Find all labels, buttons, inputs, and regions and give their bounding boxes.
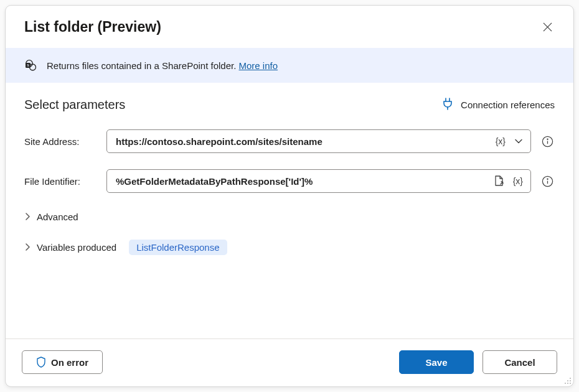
info-text: Returns files contained in a SharePoint … [47, 60, 278, 71]
variables-produced-expander[interactable]: Variables produced ListFolderResponse [24, 237, 555, 258]
close-icon [543, 22, 552, 32]
file-identifier-info-button[interactable] [540, 174, 555, 189]
file-identifier-input-wrap[interactable]: {x} [106, 169, 531, 193]
cancel-label: Cancel [504, 357, 535, 368]
variable-picker-button[interactable]: {x} [511, 174, 525, 189]
svg-point-14 [547, 179, 547, 179]
dialog-body: Select parameters Connection references … [6, 83, 573, 338]
save-button[interactable]: Save [399, 350, 474, 374]
variables-produced-label: Variables produced [37, 242, 116, 253]
site-address-label: Site Address: [24, 136, 98, 147]
dropdown-button[interactable] [512, 134, 525, 148]
file-picker-button[interactable] [491, 173, 507, 189]
chevron-right-icon [24, 242, 31, 253]
shield-icon [36, 357, 46, 368]
dialog-header: List folder (Preview) [6, 6, 573, 48]
more-info-link[interactable]: More info [239, 60, 278, 71]
save-label: Save [425, 357, 447, 368]
banner-text: Returns files contained in a SharePoint … [47, 60, 239, 71]
parameters-header-row: Select parameters Connection references [24, 98, 555, 112]
plug-icon [442, 98, 453, 112]
advanced-label: Advanced [37, 212, 78, 222]
on-error-button[interactable]: On error [22, 350, 103, 374]
info-icon [542, 175, 553, 187]
file-identifier-label: File Identifier: [24, 176, 98, 187]
svg-text:S: S [27, 63, 29, 67]
svg-point-16 [567, 380, 568, 381]
variable-pill[interactable]: ListFolderResponse [129, 240, 227, 255]
variable-token-icon: {x} [496, 136, 506, 146]
svg-point-19 [567, 383, 568, 384]
file-select-icon [494, 175, 504, 187]
svg-point-17 [570, 380, 571, 381]
connection-references-label: Connection references [461, 100, 555, 110]
site-address-input-wrap[interactable]: {x} [106, 129, 531, 153]
resize-grip-icon[interactable] [563, 376, 572, 385]
chevron-down-icon [514, 137, 523, 146]
sharepoint-icon: S [24, 59, 37, 72]
dialog-title: List folder (Preview) [24, 19, 161, 35]
svg-point-20 [570, 383, 571, 384]
site-address-info-button[interactable] [540, 134, 555, 149]
variable-token-icon: {x} [513, 176, 523, 186]
field-row-site-address: Site Address: {x} [24, 129, 555, 153]
site-address-input[interactable] [115, 136, 489, 147]
footer-right-buttons: Save Cancel [399, 350, 557, 374]
variable-picker-button[interactable]: {x} [493, 134, 508, 149]
cancel-button[interactable]: Cancel [482, 350, 557, 374]
dialog-footer: On error Save Cancel [6, 338, 573, 386]
svg-point-18 [565, 383, 566, 384]
svg-point-11 [547, 139, 547, 139]
info-icon [542, 136, 553, 147]
dialog: List folder (Preview) S Returns files co… [5, 5, 574, 387]
close-button[interactable] [537, 17, 557, 37]
svg-point-15 [570, 378, 571, 379]
parameters-heading: Select parameters [24, 98, 125, 112]
chevron-right-icon [24, 212, 31, 222]
file-identifier-input[interactable] [115, 175, 487, 187]
on-error-label: On error [51, 357, 88, 368]
connection-references-button[interactable]: Connection references [442, 98, 555, 112]
field-row-file-identifier: File Identifier: {x} [24, 169, 555, 193]
advanced-expander[interactable]: Advanced [24, 209, 555, 225]
info-banner: S Returns files contained in a SharePoin… [6, 48, 573, 83]
